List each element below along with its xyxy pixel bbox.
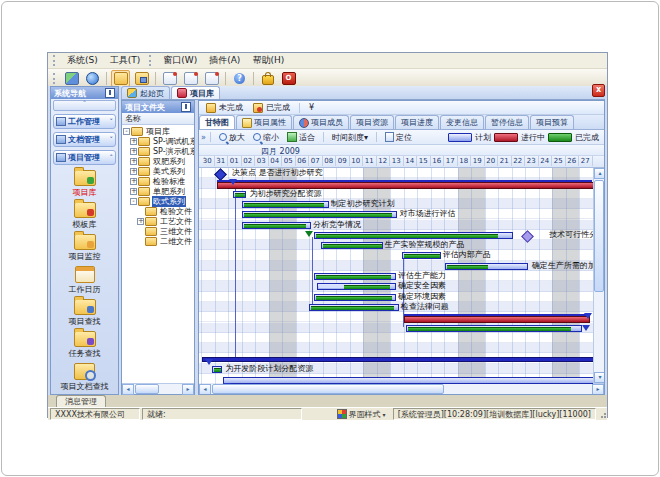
chevron-down-icon[interactable]: ˅ <box>110 136 114 144</box>
gantt-tab-3[interactable]: 项目资源 <box>350 115 394 129</box>
toolbar-stop-button[interactable]: O <box>279 70 298 87</box>
task-bar[interactable] <box>317 283 396 290</box>
scroll-down-icon[interactable]: ▾ <box>594 372 605 383</box>
interface-style-button[interactable]: 界面样式 ▾ <box>332 408 391 420</box>
task-bar[interactable] <box>242 201 329 208</box>
gantt-tab-0[interactable]: 甘特图 <box>199 115 235 129</box>
tree-column-header[interactable]: 名称 <box>122 113 194 125</box>
doc-tab-start-page[interactable]: 起始页 <box>121 86 170 99</box>
expand-icon[interactable]: + <box>137 218 144 225</box>
toolbar-globe-button[interactable] <box>83 70 102 87</box>
sidebar-item-3[interactable]: 工作日历 <box>51 266 118 295</box>
tree-node-2[interactable]: +SP-演示机系 <box>122 146 194 156</box>
menu-item-4[interactable]: 帮助(H) <box>246 53 290 68</box>
tree-node-4[interactable]: +美式系列 <box>122 166 194 176</box>
currency-button[interactable]: ¥ <box>304 101 319 114</box>
toolbar-lock-button[interactable] <box>258 70 277 87</box>
sidebar-item-2[interactable]: 项目监控 <box>51 234 118 262</box>
task-bar[interactable] <box>314 273 396 280</box>
gantt-horizontal-scrollbar[interactable]: ◂ ▸ <box>199 383 604 394</box>
tree-node-1[interactable]: +SP-调试机系 <box>122 136 194 146</box>
task-bar[interactable] <box>233 191 246 198</box>
summary-inprogress-bar[interactable] <box>404 316 591 323</box>
tree-node-11[interactable]: 二维文件 <box>122 236 194 246</box>
expand-icon[interactable]: + <box>130 188 137 195</box>
tree-scroll-thumb[interactable] <box>135 384 159 394</box>
tree-node-6[interactable]: +单肥系列 <box>122 186 194 196</box>
scroll-left-icon[interactable]: ◂ <box>122 384 134 395</box>
menu-item-3[interactable]: 插件(A) <box>203 53 246 68</box>
task-bar[interactable] <box>402 252 440 259</box>
sidebar-item-5[interactable]: 任务查找 <box>51 331 118 359</box>
expand-icon[interactable]: + <box>130 148 137 155</box>
toolbar-folder-view-button[interactable] <box>132 70 151 87</box>
scroll-up-icon[interactable]: ▴ <box>594 168 605 179</box>
close-icon[interactable]: x <box>592 84 605 97</box>
gantt-vscroll-thumb[interactable] <box>594 180 604 292</box>
fit-button[interactable]: 适合 <box>283 130 319 144</box>
scroll-right-icon[interactable]: ▸ <box>182 384 194 395</box>
task-bar[interactable] <box>314 232 513 239</box>
sidebar-section-2[interactable]: 项目管理˄ <box>53 150 116 165</box>
tree-node-7[interactable]: -欧式系列 <box>122 196 194 206</box>
gantt-tab-4[interactable]: 项目进度 <box>395 115 439 129</box>
gantt-chart[interactable]: 决策点 是否进行初步研究为初步研究分配资源制定初步研究计划对市场进行评估分析竞争… <box>199 168 593 384</box>
toolbar-overflow-icon[interactable]: » <box>201 133 206 142</box>
tree-horizontal-scrollbar[interactable]: ◂ ▸ <box>122 383 194 394</box>
task-bar[interactable] <box>321 242 382 249</box>
toolbar-report-1-button[interactable] <box>160 70 179 87</box>
pin-icon[interactable] <box>181 102 191 112</box>
gantt-tab-2[interactable]: 项目成员 <box>293 115 349 129</box>
resize-grip[interactable] <box>598 410 607 419</box>
menu-item-2[interactable]: 窗口(W) <box>157 53 203 68</box>
filter-done-button[interactable]: 已完成 <box>248 101 295 114</box>
tree-node-0[interactable]: -项目库 <box>122 126 194 136</box>
gantt-tab-7[interactable]: 项目预算 <box>530 115 574 129</box>
expand-icon[interactable]: + <box>130 138 137 145</box>
plan-bar[interactable] <box>223 377 593 384</box>
expand-icon[interactable]: + <box>130 178 137 185</box>
message-management-tab[interactable]: 消息管理 <box>56 395 106 407</box>
zoom-in-button[interactable]: 放大 <box>215 130 249 144</box>
sidebar-item-4[interactable]: 项目查找 <box>51 299 118 327</box>
nav-collapse-button[interactable]: ˄ <box>53 100 116 111</box>
sidebar-item-0[interactable]: 项目库 <box>51 170 118 198</box>
toolbar-report-2-button[interactable] <box>181 70 200 87</box>
zoom-out-button[interactable]: 缩小 <box>249 130 283 144</box>
scroll-right-icon[interactable]: ▸ <box>592 384 604 395</box>
time-scale-button[interactable]: 时间刻度 ▾ <box>328 130 372 144</box>
task-bar[interactable] <box>212 366 222 373</box>
sidebar-item-6[interactable]: 项目文档查找 <box>51 363 118 392</box>
gantt-hscroll-thumb[interactable] <box>212 384 444 394</box>
gantt-tab-5[interactable]: 变更信息 <box>440 115 484 129</box>
doc-tab-project-library[interactable]: 项目库 <box>171 86 220 99</box>
collapse-icon[interactable]: - <box>130 198 137 205</box>
menu-item-0[interactable]: 系统(S) <box>61 53 104 68</box>
filter-undone-button[interactable]: 未完成 <box>201 101 248 114</box>
menu-item-1[interactable]: 工具(T) <box>104 53 147 68</box>
toolbar-help-button[interactable]: ? <box>230 70 249 87</box>
tree-node-5[interactable]: +检验标准 <box>122 176 194 186</box>
task-bar[interactable] <box>406 325 582 332</box>
sidebar-section-1[interactable]: 文档管理˅ <box>53 132 116 147</box>
task-bar[interactable] <box>445 263 528 270</box>
tree-node-3[interactable]: +双肥系列 <box>122 156 194 166</box>
task-bar[interactable] <box>242 211 398 218</box>
gantt-vertical-scrollbar[interactable]: ▴ ▾ <box>593 168 604 383</box>
tree-node-8[interactable]: 检验文件 <box>122 206 194 216</box>
gantt-tab-6[interactable]: 暂停信息 <box>485 115 529 129</box>
scroll-left-icon[interactable]: ◂ <box>199 384 211 395</box>
tree-node-9[interactable]: +工艺文件 <box>122 216 194 226</box>
chevron-up-icon[interactable]: ˄ <box>110 154 114 162</box>
task-bar[interactable] <box>314 294 396 301</box>
expand-icon[interactable]: + <box>130 168 137 175</box>
collapse-icon[interactable]: - <box>123 128 130 135</box>
tree-node-10[interactable]: 三维文件 <box>122 226 194 236</box>
toolbar-image-button[interactable] <box>62 70 81 87</box>
locate-button[interactable]: 定位 <box>381 130 416 144</box>
toolbar-report-3-button[interactable] <box>202 70 221 87</box>
toolbar-folder-open-button[interactable] <box>111 70 130 87</box>
chevron-down-icon[interactable]: ˅ <box>110 118 114 126</box>
sidebar-item-1[interactable]: 模板库 <box>51 202 118 230</box>
sidebar-section-0[interactable]: 工作管理˅ <box>53 114 116 129</box>
